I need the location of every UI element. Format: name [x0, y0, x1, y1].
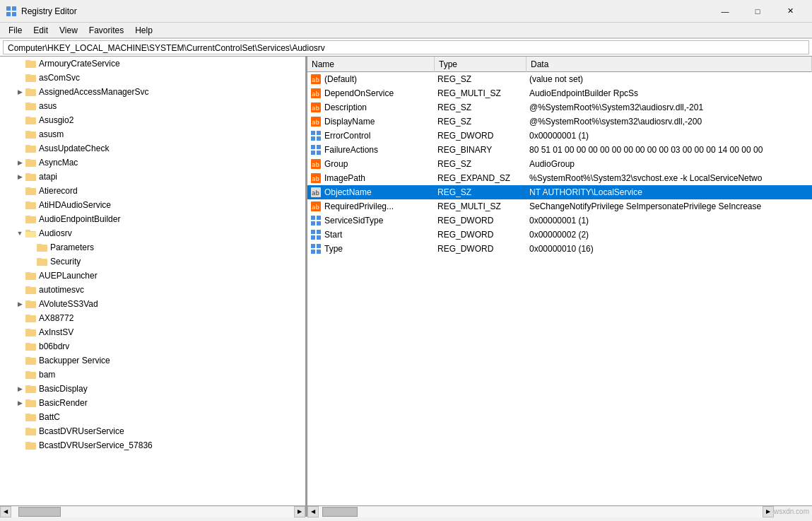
svg-rect-15 [25, 131, 30, 133]
tree-item-atapi[interactable]: ▶ atapi [0, 170, 305, 184]
tree-item-aueplauncher[interactable]: AUEPLauncher [0, 269, 305, 283]
close-button[interactable]: ✕ [774, 0, 806, 23]
table-row[interactable]: ServiceSidType REG_DWORD 0x00000001 (1) [307, 213, 812, 228]
tree-item-armourycrate[interactable]: ArmouryCrateService [0, 57, 305, 71]
tree-item-basicdisplay[interactable]: ▶ BasicDisplay [0, 382, 305, 396]
expand-icon[interactable]: ▼ [14, 228, 25, 239]
table-row[interactable]: ab Description REG_SZ @%SystemRoot%\Syst… [307, 100, 812, 115]
table-row-objectname[interactable]: ab ObjectName REG_SZ NT AUTHORITY\LocalS… [307, 185, 812, 199]
tree-item-asus[interactable]: asus [0, 99, 305, 113]
svg-rect-60 [25, 442, 30, 444]
menu-view[interactable]: View [54, 24, 83, 37]
col-header-name[interactable]: Name [307, 57, 435, 72]
expand-icon[interactable]: ▶ [14, 397, 25, 409]
tree-scroll[interactable]: ArmouryCrateService asComSvc ▶ AssignedA… [0, 57, 305, 505]
folder-icon [25, 157, 37, 168]
tree-item-autotimesvc[interactable]: autotimesvc [0, 283, 305, 297]
expand-icon[interactable]: ▶ [14, 171, 25, 182]
tree-hscroll[interactable]: ◀ ▶ [0, 506, 307, 517]
table-row[interactable]: Start REG_DWORD 0x00000002 (2) [307, 228, 812, 242]
expand-icon[interactable]: ▶ [14, 298, 25, 310]
tree-item-atierecord[interactable]: Atierecord [0, 184, 305, 198]
expand-icon[interactable]: ▶ [14, 383, 25, 394]
tree-item-battc[interactable]: BattC [0, 410, 305, 424]
hscroll-track[interactable] [319, 506, 763, 517]
tree-item-security[interactable]: Security [0, 254, 305, 269]
tree-label: asComSvc [39, 73, 80, 83]
expand-icon[interactable]: ▶ [14, 157, 25, 168]
svg-rect-73 [311, 145, 315, 149]
table-row[interactable]: FailureActions REG_BINARY 80 51 01 00 00… [307, 143, 812, 157]
table-row[interactable]: ErrorControl REG_DWORD 0x00000001 (1) [307, 129, 812, 143]
tree-item-atiaudio[interactable]: AtiHDAudioService [0, 198, 305, 212]
scroll-left-arrow[interactable]: ◀ [307, 506, 319, 517]
svg-rect-17 [25, 145, 30, 147]
tree-item-avolutess3[interactable]: ▶ AVoluteSS3Vad [0, 297, 305, 311]
right-hscroll[interactable]: ◀ ▶ wsxdn.com [307, 506, 812, 517]
table-row[interactable]: ab DisplayName REG_SZ @%SystemRoot%\syst… [307, 115, 812, 129]
tree-item-audiosrv[interactable]: ▼ Audiosrv [0, 226, 305, 240]
cell-name: ab DependOnService [307, 86, 435, 100]
reg-dword-icon [310, 229, 322, 240]
svg-rect-90 [317, 230, 321, 234]
tree-label: b06bdrv [39, 341, 69, 351]
tree-item-asyncmac[interactable]: ▶ AsyncMac [0, 156, 305, 170]
table-row[interactable]: ab (Default) REG_SZ (value not set) [307, 72, 812, 86]
tree-item-axinstsv[interactable]: AxInstSV [0, 325, 305, 339]
menu-help[interactable]: Help [129, 24, 158, 37]
tree-item-asusm[interactable]: asusm [0, 127, 305, 141]
folder-icon [25, 426, 37, 437]
svg-rect-69 [311, 131, 315, 135]
address-path[interactable]: Computer\HKEY_LOCAL_MACHINE\SYSTEM\Curre… [3, 40, 809, 54]
tree-item-asusupdatecheck[interactable]: AsusUpdateCheck [0, 141, 305, 156]
table-row[interactable]: Type REG_DWORD 0x00000010 (16) [307, 242, 812, 256]
hscroll-track[interactable] [11, 506, 294, 517]
scroll-right-arrow[interactable]: ▶ [763, 506, 774, 517]
minimize-button[interactable]: — [709, 0, 741, 23]
tree-label: Audiosrv [39, 228, 72, 238]
scroll-left-arrow[interactable]: ◀ [0, 506, 11, 517]
tree-item-assignedaccess[interactable]: ▶ AssignedAccessManagerSvc [0, 85, 305, 99]
expand-icon[interactable]: ▶ [14, 86, 25, 98]
table-row[interactable]: ab RequiredPrivileg... REG_MULTI_SZ SeCh… [307, 199, 812, 213]
tree-item-basicrender[interactable]: ▶ BasicRender [0, 396, 305, 410]
tree-item-bcastdvr57836[interactable]: BcastDVRUserService_57836 [0, 438, 305, 452]
scroll-right-arrow[interactable]: ▶ [294, 506, 305, 517]
table-row[interactable]: ab ImagePath REG_EXPAND_SZ %SystemRoot%\… [307, 171, 812, 185]
maximize-button[interactable]: □ [741, 0, 774, 23]
table-row[interactable]: ab Group REG_SZ AudioGroup [307, 157, 812, 171]
tree-item-bam[interactable]: bam [0, 368, 305, 382]
cell-data: (value not set) [526, 72, 812, 86]
hscroll-thumb[interactable] [322, 507, 358, 517]
menu-edit[interactable]: Edit [28, 24, 54, 37]
folder-icon [25, 199, 37, 211]
cell-name: ab ImagePath [307, 171, 435, 185]
tree-item-asusgio2[interactable]: Asusgio2 [0, 113, 305, 127]
tree-item-backupper[interactable]: Backupper Service [0, 353, 305, 368]
svg-rect-34 [37, 258, 42, 260]
hscroll-thumb[interactable] [18, 507, 61, 517]
tree-panel: ArmouryCrateService asComSvc ▶ AssignedA… [0, 57, 307, 505]
cell-name: ErrorControl [307, 129, 435, 143]
tree-label: BasicRender [39, 398, 88, 408]
menu-favorites[interactable]: Favorites [83, 24, 129, 37]
menu-file[interactable]: File [3, 24, 28, 37]
tree-item-bcastdvr[interactable]: BcastDVRUserService [0, 424, 305, 438]
col-header-data[interactable]: Data [526, 57, 812, 72]
svg-rect-92 [317, 235, 321, 240]
tree-item-ax88772[interactable]: AX88772 [0, 311, 305, 325]
col-header-type[interactable]: Type [435, 57, 526, 72]
tree-item-parameters[interactable]: Parameters [0, 240, 305, 254]
tree-item-b06bdrv[interactable]: b06bdrv [0, 339, 305, 353]
svg-rect-38 [25, 286, 30, 288]
table-body[interactable]: ab (Default) REG_SZ (value not set) ab D… [307, 72, 812, 505]
cell-data: @%SystemRoot%\System32\audiosrv.dll,-201 [526, 100, 812, 115]
svg-rect-5 [25, 60, 30, 62]
tree-item-audioendpoint[interactable]: AudioEndpointBuilder [0, 212, 305, 226]
table-row[interactable]: ab DependOnService REG_MULTI_SZ AudioEnd… [307, 86, 812, 100]
tree-item-ascomsvc[interactable]: asComSvc [0, 71, 305, 85]
tree-label: Parameters [50, 242, 94, 252]
svg-rect-0 [6, 6, 11, 11]
svg-rect-42 [25, 315, 30, 317]
svg-rect-44 [25, 329, 30, 331]
